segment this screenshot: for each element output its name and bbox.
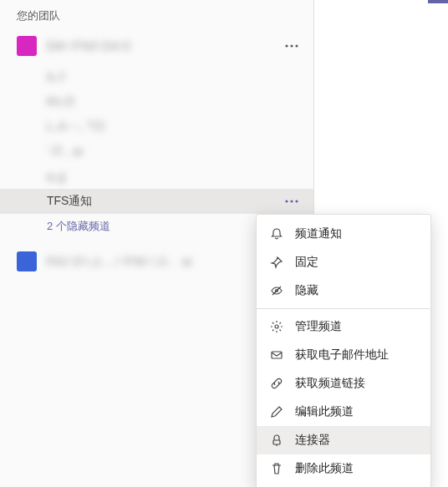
channel-row[interactable]: a.g (0, 164, 313, 189)
svg-point-3 (285, 200, 288, 202)
menu-label: 编辑此频道 (295, 404, 354, 419)
gear-icon (268, 318, 285, 335)
menu-label: 连接器 (295, 433, 330, 448)
link-icon (268, 375, 285, 392)
svg-point-1 (290, 44, 293, 47)
menu-manage-channel[interactable]: 管理频道 (257, 312, 430, 341)
pin-icon (268, 254, 285, 271)
team-row[interactable]: D#r F%il D4:C (0, 28, 313, 63)
menu-pin[interactable]: 固定 (257, 248, 430, 276)
team-avatar (17, 36, 37, 56)
bell-icon (268, 226, 285, 242)
more-icon (285, 44, 298, 48)
menu-label: 管理频道 (295, 319, 342, 334)
mail-icon (268, 347, 285, 363)
team-name: D#r F%il D4:C (47, 39, 280, 53)
connector-icon (268, 432, 285, 449)
pencil-icon (268, 403, 285, 420)
menu-get-link[interactable]: 获取频道链接 (257, 369, 430, 398)
channel-row[interactable]: `iT...w (0, 139, 313, 164)
svg-point-4 (290, 200, 293, 202)
menu-label: 隐藏 (295, 283, 318, 298)
svg-point-2 (295, 44, 298, 47)
menu-label: 获取频道链接 (295, 376, 365, 391)
menu-label: 删除此频道 (295, 461, 354, 476)
menu-label: 固定 (295, 255, 318, 270)
menu-hide[interactable]: 隐藏 (257, 276, 430, 305)
accent-bar (428, 0, 448, 3)
channel-row-selected[interactable]: TFS通知 (0, 189, 313, 214)
menu-get-email[interactable]: 获取电子邮件地址 (257, 341, 430, 369)
svg-rect-9 (272, 352, 282, 358)
menu-delete-channel[interactable]: 删除此频道 (257, 454, 430, 483)
menu-divider (257, 308, 430, 309)
channel-row[interactable]: a,J (0, 63, 313, 89)
svg-rect-10 (273, 440, 280, 444)
channel-context-menu: 频道通知 固定 隐藏 管理频道 获取电子邮件地址 获取频道链接 编 (256, 214, 431, 487)
menu-label: 频道通知 (295, 226, 342, 241)
channel-more-button[interactable] (280, 190, 303, 213)
section-header-your-teams: 您的团队 (0, 0, 313, 28)
menu-connectors[interactable]: 连接器 (257, 426, 430, 454)
channel-label: TFS通知 (47, 194, 280, 209)
team-avatar (17, 251, 37, 271)
more-icon (285, 200, 298, 203)
trash-icon (268, 460, 285, 477)
channel-row[interactable]: #o,D (0, 89, 313, 114)
menu-label: 获取电子邮件地址 (295, 347, 389, 363)
svg-point-8 (275, 325, 278, 328)
hide-icon (268, 282, 285, 299)
svg-point-5 (295, 200, 298, 202)
team-more-button[interactable] (280, 34, 303, 58)
menu-edit-channel[interactable]: 编辑此频道 (257, 398, 430, 426)
menu-channel-notifications[interactable]: 频道通知 (257, 220, 430, 248)
svg-point-0 (285, 44, 288, 47)
channel-row[interactable]: L,4---,`TZ: (0, 114, 313, 139)
